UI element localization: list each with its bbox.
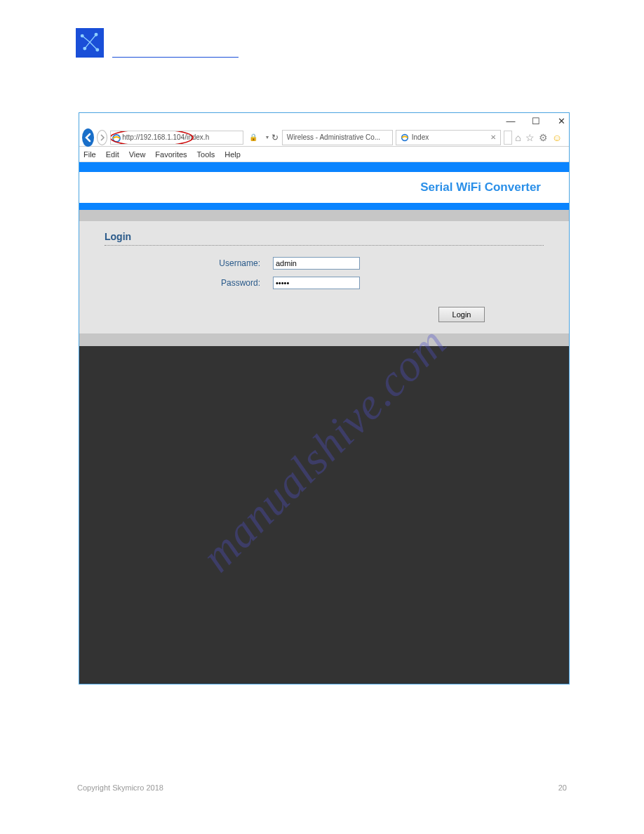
password-label: Password: bbox=[105, 278, 273, 288]
smiley-icon[interactable]: ☺ bbox=[552, 132, 562, 143]
menu-help[interactable]: Help bbox=[224, 150, 241, 159]
window-titlebar: — ☐ ✕ bbox=[79, 113, 569, 128]
skymicro-logo-icon bbox=[76, 28, 104, 58]
settings-icon[interactable]: ⚙ bbox=[539, 132, 548, 143]
login-heading: Login bbox=[105, 231, 544, 246]
page-number: 20 bbox=[558, 783, 567, 792]
tab-close-icon[interactable]: ✕ bbox=[490, 133, 496, 141]
brand-title: Serial WiFi Converter bbox=[420, 180, 541, 194]
copyright-text: Copyright Skymicro 2018 bbox=[77, 783, 163, 792]
browser-toolbar-icons: ⌂ ☆ ⚙ ☺ bbox=[515, 132, 566, 143]
login-form-panel: Login Username: Password: Login bbox=[79, 221, 569, 333]
page-content: Serial WiFi Converter Login Username: Pa… bbox=[79, 162, 569, 684]
annotation-oval bbox=[110, 131, 194, 145]
menu-edit[interactable]: Edit bbox=[106, 150, 119, 159]
password-input[interactable] bbox=[273, 277, 360, 289]
decorative-bar bbox=[79, 333, 569, 346]
favorites-icon[interactable]: ☆ bbox=[525, 132, 535, 143]
forward-button[interactable] bbox=[97, 130, 107, 145]
intro-paragraph: Go to the IP address of the WIFI232 gate… bbox=[79, 76, 567, 100]
username-label: Username: bbox=[105, 258, 273, 268]
ie-icon bbox=[401, 133, 409, 142]
menu-view[interactable]: View bbox=[129, 150, 146, 159]
minimize-button[interactable]: — bbox=[506, 116, 516, 126]
menu-file[interactable]: File bbox=[83, 150, 96, 159]
username-row: Username: bbox=[105, 257, 544, 270]
menu-favorites[interactable]: Favorites bbox=[155, 150, 187, 159]
address-bar[interactable]: http://192.168.1.104/index.h bbox=[110, 131, 243, 145]
password-row: Password: bbox=[105, 277, 544, 289]
username-input[interactable] bbox=[273, 257, 360, 270]
watermark-text: manualshive.com bbox=[192, 316, 457, 581]
decorative-bar bbox=[79, 162, 569, 172]
header-link[interactable] bbox=[112, 55, 239, 58]
tab-label: Wireless - Administrative Co... bbox=[287, 133, 380, 141]
document-header bbox=[76, 28, 239, 58]
browser-tab-2[interactable]: Index ✕ bbox=[396, 130, 501, 145]
dropdown-caret-icon[interactable]: ▾ bbox=[266, 134, 269, 140]
browser-tab-1[interactable]: Wireless - Administrative Co... bbox=[282, 130, 393, 145]
decorative-bar bbox=[79, 203, 569, 210]
decorative-bar bbox=[79, 210, 569, 221]
maximize-button[interactable]: ☐ bbox=[531, 116, 541, 126]
home-icon[interactable]: ⌂ bbox=[515, 132, 521, 143]
figure-caption: Figure 18 - Login page bbox=[79, 696, 567, 706]
browser-window: — ☐ ✕ http://192.168.1.104/index.h 🔒 ▾ ↻… bbox=[79, 112, 570, 684]
new-tab-button[interactable] bbox=[504, 131, 513, 145]
page-brand-band: Serial WiFi Converter bbox=[79, 172, 569, 203]
lock-icon: 🔒 bbox=[249, 133, 257, 141]
close-button[interactable]: ✕ bbox=[556, 116, 566, 126]
login-button[interactable]: Login bbox=[438, 307, 485, 322]
back-button[interactable] bbox=[82, 128, 94, 147]
browser-nav-row: http://192.168.1.104/index.h 🔒 ▾ ↻ Wirel… bbox=[79, 128, 569, 147]
tab-label: Index bbox=[412, 133, 429, 141]
menu-tools[interactable]: Tools bbox=[197, 150, 215, 159]
refresh-icon[interactable]: ↻ bbox=[271, 133, 279, 143]
document-footer: Copyright Skymicro 2018 20 bbox=[77, 783, 567, 792]
browser-menubar: File Edit View Favorites Tools Help bbox=[79, 147, 569, 162]
